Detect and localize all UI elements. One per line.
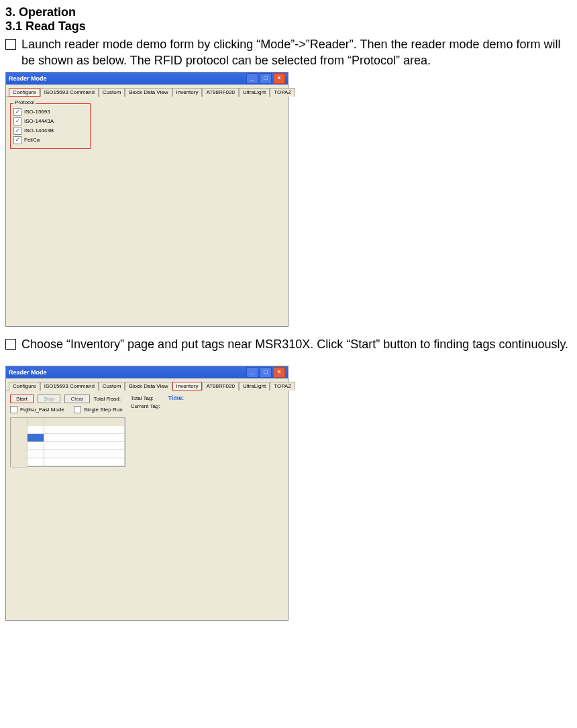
protocol-legend: Protocol bbox=[13, 99, 36, 105]
checkbox-single-step[interactable] bbox=[74, 406, 81, 413]
heading-read-tags: 3.1 Read Tags bbox=[5, 19, 572, 34]
inventory-toolbar: Start Stop Clear Total Read: bbox=[10, 395, 123, 403]
close-button[interactable]: × bbox=[273, 367, 285, 378]
tab-topaz[interactable]: TOPAZ bbox=[270, 382, 295, 391]
grid-cell[interactable] bbox=[28, 442, 44, 450]
tag-grid bbox=[10, 417, 125, 467]
tab-configure[interactable]: Configure bbox=[9, 382, 40, 391]
bullet-2-text: Choose “Inventory” page and put tags nea… bbox=[21, 336, 572, 352]
grid-cell[interactable] bbox=[44, 426, 125, 434]
tab-iso15693-command[interactable]: ISO15693 Command bbox=[40, 382, 99, 391]
heading-operation: 3. Operation bbox=[5, 5, 572, 19]
grid-cell-selected[interactable] bbox=[28, 434, 44, 442]
tab-ultralight[interactable]: UltraLight bbox=[239, 88, 270, 97]
protocol-fieldset: Protocol ✓ ISO-15693 ✓ ISO-14443A ✓ ISO-… bbox=[10, 103, 91, 149]
tab-strip: Configure ISO15693 Command Custom Block … bbox=[6, 85, 288, 97]
total-tag-label: Total Tag: bbox=[131, 395, 160, 403]
tab-iso15693-command[interactable]: ISO15693 Command bbox=[40, 88, 99, 97]
screenshot-reader-inventory: Reader Mode _ □ × Configure ISO15693 Com… bbox=[5, 366, 288, 621]
grid-cell[interactable] bbox=[28, 450, 44, 458]
grid-row-header bbox=[11, 458, 28, 468]
bullet-1: Launch reader mode demo form by clicking… bbox=[5, 36, 572, 69]
grid-cell[interactable] bbox=[28, 426, 44, 434]
grid-cell[interactable] bbox=[28, 458, 44, 466]
grid-cell[interactable] bbox=[44, 458, 125, 466]
clear-button[interactable]: Clear bbox=[64, 395, 89, 403]
label-fujitsu-fast: Fujitsu_Fast Mode bbox=[20, 407, 64, 413]
bullet-square-icon bbox=[5, 39, 16, 50]
bullet-2: Choose “Inventory” page and put tags nea… bbox=[5, 336, 572, 352]
checkbox-iso14443b[interactable]: ✓ bbox=[13, 127, 21, 135]
label-felica: FeliCa bbox=[24, 137, 40, 143]
tab-block-data-view[interactable]: Block Data View bbox=[125, 382, 172, 391]
start-button[interactable]: Start bbox=[10, 395, 34, 403]
inventory-panel: Start Stop Clear Total Read: Fujitsu_Fas… bbox=[6, 391, 288, 620]
configure-panel: Protocol ✓ ISO-15693 ✓ ISO-14443A ✓ ISO-… bbox=[6, 97, 288, 326]
label-iso14443b: ISO-14443B bbox=[24, 127, 54, 134]
current-tag-label: Current Tag: bbox=[131, 403, 160, 411]
grid-cell[interactable] bbox=[44, 434, 125, 442]
info-column: Total Tag: Current Tag: bbox=[131, 395, 160, 411]
label-iso15693: ISO-15693 bbox=[24, 109, 50, 115]
maximize-button[interactable]: □ bbox=[260, 367, 272, 378]
window-titlebar: Reader Mode _ □ × bbox=[6, 366, 288, 378]
checkbox-fujitsu-fast[interactable] bbox=[10, 406, 17, 413]
stop-button[interactable]: Stop bbox=[38, 395, 60, 403]
tab-inventory[interactable]: Inventory bbox=[172, 382, 203, 391]
tab-custom[interactable]: Custom bbox=[99, 88, 125, 97]
bullet-1-text: Launch reader mode demo form by clicking… bbox=[21, 36, 572, 69]
minimize-button[interactable]: _ bbox=[246, 367, 258, 378]
checkbox-row-iso15693: ✓ ISO-15693 bbox=[13, 108, 87, 116]
grid-cell[interactable] bbox=[44, 442, 125, 450]
checkbox-row-felica: ✓ FeliCa bbox=[13, 136, 87, 144]
tab-ultralight[interactable]: UltraLight bbox=[239, 382, 270, 391]
window-title: Reader Mode bbox=[9, 369, 47, 376]
checkbox-iso14443a[interactable]: ✓ bbox=[13, 117, 21, 125]
checkbox-row-iso14443b: ✓ ISO-14443B bbox=[13, 127, 87, 135]
maximize-button[interactable]: □ bbox=[260, 73, 272, 84]
minimize-button[interactable]: _ bbox=[246, 73, 258, 84]
tab-block-data-view[interactable]: Block Data View bbox=[125, 88, 172, 97]
grid-cell[interactable] bbox=[44, 450, 125, 458]
tab-topaz[interactable]: TOPAZ bbox=[270, 88, 295, 97]
checkbox-iso15693[interactable]: ✓ bbox=[13, 108, 21, 116]
checkbox-row-iso14443a: ✓ ISO-14443A bbox=[13, 117, 87, 125]
tab-configure[interactable]: Configure bbox=[9, 88, 40, 97]
bullet-square-icon bbox=[5, 339, 16, 350]
tab-at88rf020[interactable]: AT88RF020 bbox=[202, 88, 239, 97]
tab-inventory[interactable]: Inventory bbox=[172, 88, 203, 97]
window-titlebar: Reader Mode _ □ × bbox=[6, 72, 288, 85]
total-read-label: Total Read: bbox=[94, 396, 121, 402]
time-label: Time: bbox=[168, 395, 185, 401]
checkbox-felica[interactable]: ✓ bbox=[13, 136, 21, 144]
inventory-options: Fujitsu_Fast Mode Single Step Run bbox=[10, 406, 123, 413]
close-button[interactable]: × bbox=[273, 73, 285, 84]
label-iso14443a: ISO-14443A bbox=[24, 118, 54, 124]
tab-strip: Configure ISO15693 Command Custom Block … bbox=[6, 378, 288, 391]
screenshot-reader-configure: Reader Mode _ □ × Configure ISO15693 Com… bbox=[5, 72, 288, 327]
label-single-step: Single Step Run bbox=[84, 407, 123, 413]
tab-custom[interactable]: Custom bbox=[99, 382, 125, 391]
tab-at88rf020[interactable]: AT88RF020 bbox=[202, 382, 239, 391]
window-title: Reader Mode bbox=[9, 75, 47, 82]
